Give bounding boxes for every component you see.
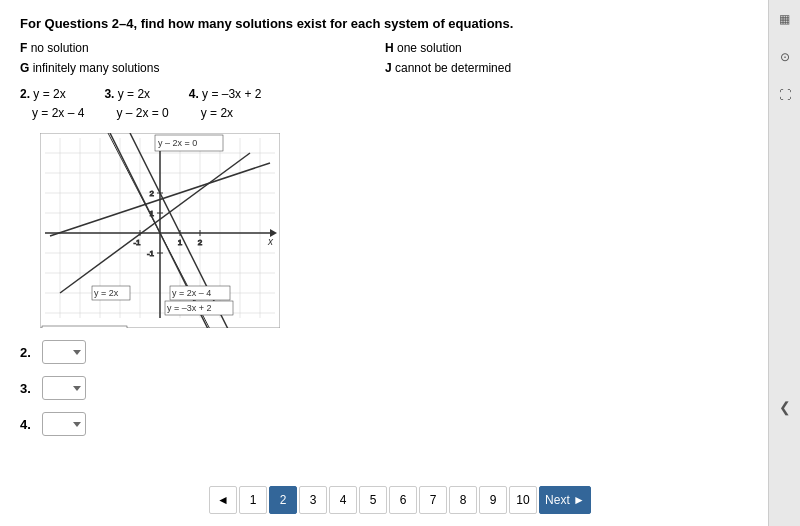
- answer-row-2: 2. F G H J: [20, 340, 748, 364]
- info-icon[interactable]: ⊙: [774, 46, 796, 68]
- page-6-button[interactable]: 6: [389, 486, 417, 514]
- expand-icon[interactable]: ⛶: [774, 84, 796, 106]
- questions-row: 2. y = 2x y = 2x – 4 3. y = 2x y – 2x = …: [20, 85, 748, 123]
- answer-f: F no solution: [20, 39, 383, 57]
- page-3-button[interactable]: 3: [299, 486, 327, 514]
- question-2: 2. y = 2x y = 2x – 4: [20, 85, 84, 123]
- page-10-button[interactable]: 10: [509, 486, 537, 514]
- page-9-button[interactable]: 9: [479, 486, 507, 514]
- svg-text:y = 2x: y = 2x: [94, 288, 119, 298]
- question-3: 3. y = 2x y – 2x = 0: [104, 85, 168, 123]
- svg-text:-1: -1: [147, 249, 155, 258]
- calendar-icon[interactable]: ▦: [774, 8, 796, 30]
- answer-j: J cannot be determined: [385, 59, 748, 77]
- next-page-button[interactable]: Next ►: [539, 486, 591, 514]
- collapse-arrow-icon[interactable]: ❮: [774, 396, 796, 418]
- prev-page-button[interactable]: ◄: [209, 486, 237, 514]
- page-8-button[interactable]: 8: [449, 486, 477, 514]
- graph-svg: y x y – 2x = 0 y = –⅓x + 3: [40, 133, 280, 328]
- graph-area: y x y – 2x = 0 y = –⅓x + 3: [40, 133, 280, 328]
- svg-text:1: 1: [150, 209, 155, 218]
- dropdown-q2[interactable]: F G H J: [42, 340, 86, 364]
- answer-row-3: 3. F G H J: [20, 376, 748, 400]
- svg-text:y = 2x – 4: y = 2x – 4: [172, 288, 211, 298]
- answer-row-4: 4. F G H J: [20, 412, 748, 436]
- question-2-label: 2.: [20, 345, 36, 360]
- svg-text:2: 2: [198, 238, 203, 247]
- page-7-button[interactable]: 7: [419, 486, 447, 514]
- question-4-label: 4.: [20, 417, 36, 432]
- pagination: ◄ 1 2 3 4 5 6 7 8 9 10 Next ►: [209, 486, 591, 514]
- svg-text:y = –3x + 2: y = –3x + 2: [167, 303, 212, 313]
- page-1-button[interactable]: 1: [239, 486, 267, 514]
- content-area: For Questions 2–4, find how many solutio…: [0, 0, 768, 526]
- page-4-button[interactable]: 4: [329, 486, 357, 514]
- question-4: 4. y = –3x + 2 y = 2x: [189, 85, 262, 123]
- svg-text:y – 2x = 0: y – 2x = 0: [158, 138, 197, 148]
- dropdown-q4[interactable]: F G H J: [42, 412, 86, 436]
- instructions-text: For Questions 2–4, find how many solutio…: [20, 16, 748, 31]
- answer-g: G infinitely many solutions: [20, 59, 383, 77]
- right-sidebar: ▦ ⊙ ⛶ ❮: [768, 0, 800, 526]
- question-3-label: 3.: [20, 381, 36, 396]
- page-2-button[interactable]: 2: [269, 486, 297, 514]
- svg-text:-1: -1: [133, 238, 141, 247]
- answer-h: H one solution: [385, 39, 748, 57]
- svg-text:1: 1: [178, 238, 183, 247]
- svg-text:2: 2: [150, 189, 155, 198]
- main-container: For Questions 2–4, find how many solutio…: [0, 0, 800, 526]
- svg-text:x: x: [267, 236, 274, 247]
- answer-key: F no solution H one solution G infinitel…: [20, 39, 748, 77]
- dropdown-q3[interactable]: F G H J: [42, 376, 86, 400]
- page-5-button[interactable]: 5: [359, 486, 387, 514]
